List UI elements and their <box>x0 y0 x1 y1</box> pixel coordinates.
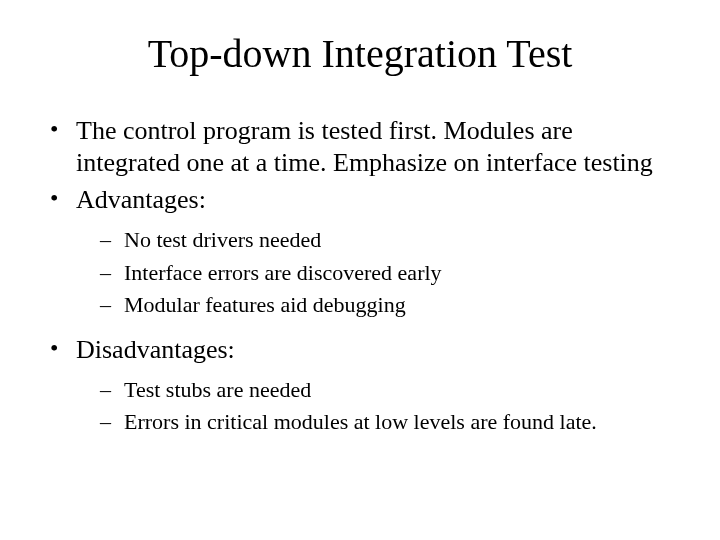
slide-title: Top-down Integration Test <box>40 30 680 77</box>
sub-bullet-list: No test drivers needed Interface errors … <box>76 226 680 320</box>
sub-bullet-text: Modular features aid debugging <box>124 292 406 317</box>
bullet-text: Advantages: <box>76 185 206 214</box>
sub-bullet-item: Errors in critical modules at low levels… <box>100 408 680 437</box>
sub-bullet-item: Test stubs are needed <box>100 376 680 405</box>
bullet-item: Disadvantages: Test stubs are needed Err… <box>46 334 680 437</box>
sub-bullet-item: Modular features aid debugging <box>100 291 680 320</box>
sub-bullet-item: Interface errors are discovered early <box>100 259 680 288</box>
sub-bullet-text: Interface errors are discovered early <box>124 260 442 285</box>
bullet-text: The control program is tested first. Mod… <box>76 116 653 177</box>
sub-bullet-text: Test stubs are needed <box>124 377 311 402</box>
bullet-item: Advantages: No test drivers needed Inter… <box>46 184 680 320</box>
slide: Top-down Integration Test The control pr… <box>0 0 720 540</box>
sub-bullet-text: No test drivers needed <box>124 227 321 252</box>
bullet-item: The control program is tested first. Mod… <box>46 115 680 178</box>
sub-bullet-item: No test drivers needed <box>100 226 680 255</box>
sub-bullet-text: Errors in critical modules at low levels… <box>124 409 597 434</box>
bullet-text: Disadvantages: <box>76 335 235 364</box>
sub-bullet-list: Test stubs are needed Errors in critical… <box>76 376 680 437</box>
bullet-list: The control program is tested first. Mod… <box>40 115 680 437</box>
